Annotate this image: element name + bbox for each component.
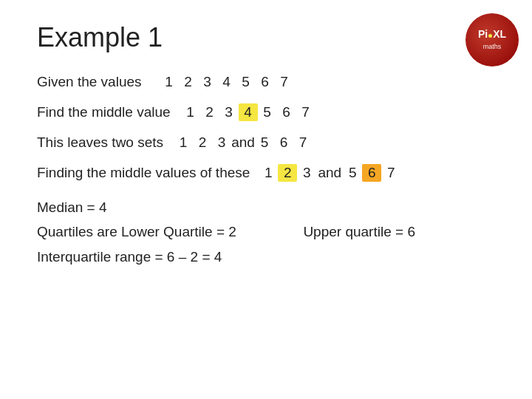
mid-val-3: 3 xyxy=(219,104,239,120)
mid-val-4-highlighted: 4 xyxy=(239,103,258,121)
mid-val-6: 6 xyxy=(277,104,296,120)
mid-val-5: 5 xyxy=(258,104,277,120)
median-line: Median = 4 xyxy=(37,195,495,219)
val-6: 6 xyxy=(256,74,275,90)
set1-val-1: 1 xyxy=(174,134,193,151)
given-values-row: Given the values 1 2 3 4 5 6 7 xyxy=(37,74,495,90)
set1-val-2: 2 xyxy=(193,134,212,151)
two-sets-row: This leaves two sets 1 2 3 and 5 6 7 xyxy=(37,134,495,151)
sets-label: This leaves two sets xyxy=(37,134,163,151)
find-v4: 5 xyxy=(343,165,362,181)
find-v3: 3 xyxy=(297,165,316,181)
val-4: 4 xyxy=(217,74,236,90)
val-5: 5 xyxy=(236,74,256,90)
page-title: Example 1 xyxy=(37,22,495,53)
val-7: 7 xyxy=(275,74,294,90)
quartiles-prefix: Quartiles are Lower Quartile = 2 xyxy=(37,224,236,239)
bottom-section: Median = 4 Quartiles are Lower Quartile … xyxy=(37,195,495,269)
given-label: Given the values xyxy=(37,74,142,90)
sets-and: and xyxy=(231,134,255,151)
middle-value-row: Find the middle value 1 2 3 4 5 6 7 xyxy=(37,103,495,121)
set2-val-5: 5 xyxy=(255,134,274,151)
mid-val-1: 1 xyxy=(181,104,200,120)
find-v2-highlighted: 2 xyxy=(278,164,297,182)
val-3: 3 xyxy=(198,74,217,90)
set2-val-7: 7 xyxy=(293,134,313,151)
mid-val-2: 2 xyxy=(200,104,219,120)
middle-label: Find the middle value xyxy=(37,104,171,120)
pixl-text: PiXLmaths xyxy=(478,29,506,52)
page: PiXLmaths Example 1 Given the values 1 2… xyxy=(0,0,532,399)
set1-val-3: 3 xyxy=(212,134,231,151)
finding-label: Finding the middle values of these xyxy=(37,165,250,181)
pixl-logo: PiXLmaths xyxy=(466,13,519,66)
find-v1: 1 xyxy=(259,165,278,181)
mid-val-7: 7 xyxy=(296,104,316,120)
find-v6: 7 xyxy=(381,165,400,181)
set2-val-6: 6 xyxy=(274,134,293,151)
val-2: 2 xyxy=(179,74,198,90)
find-v5-highlighted: 6 xyxy=(362,164,381,182)
iqr-line: Interquartile range = 6 – 2 = 4 xyxy=(37,245,495,269)
finding-and: and xyxy=(316,165,343,181)
quartiles-line: Quartiles are Lower Quartile = 2 Upper q… xyxy=(37,219,495,244)
finding-row: Finding the middle values of these 1 2 3… xyxy=(37,164,495,182)
val-1: 1 xyxy=(160,74,179,90)
quartiles-suffix: Upper quartile = 6 xyxy=(303,224,415,239)
